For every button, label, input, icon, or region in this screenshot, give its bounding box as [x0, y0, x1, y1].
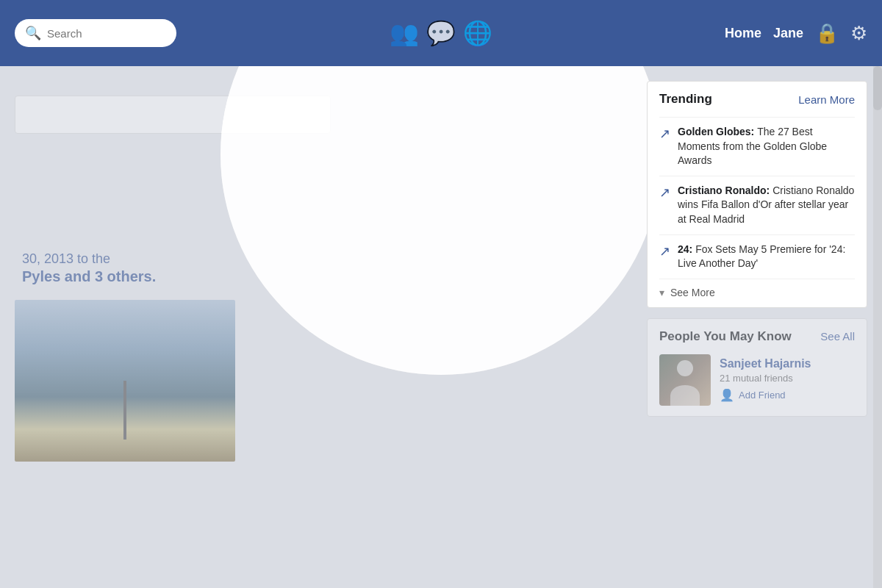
scrollbar-track [873, 66, 882, 588]
person-avatar [659, 354, 711, 406]
see-more-arrow-icon: ▾ [659, 287, 664, 298]
learn-more-link[interactable]: Learn More [798, 93, 855, 106]
person-row: Sanjeet Hajarnis 21 mutual friends 👤 Add… [659, 354, 855, 406]
see-more-text: See More [670, 287, 715, 298]
scrollbar-thumb[interactable] [873, 66, 882, 110]
trending-header: Trending Learn More [659, 92, 855, 107]
trending-desc-3: Fox Sets May 5 Premiere for '24: Live An… [678, 243, 845, 270]
pymk-header: People You May Know See All [659, 329, 855, 344]
trending-text-3: 24: Fox Sets May 5 Premiere for '24: Liv… [678, 243, 855, 271]
trending-arrow-2: ↗ [659, 184, 670, 201]
feed-date-text: 30, 2013 to the [22, 251, 617, 267]
add-friend-label: Add Friend [739, 390, 786, 401]
search-bar[interactable]: 🔍 [15, 19, 176, 47]
trending-card: Trending Learn More ↗ Golden Globes: The… [647, 81, 867, 308]
navbar: 🔍 👥 💬 🌐 Home Jane 🔒 ⚙ [0, 0, 882, 66]
pymk-title: People You May Know [659, 329, 792, 344]
see-all-link[interactable]: See All [820, 330, 855, 343]
add-friend-button[interactable]: 👤 Add Friend [720, 388, 855, 402]
home-link[interactable]: Home [725, 26, 761, 41]
trending-item[interactable]: ↗ Golden Globes: The 27 Best Moments fro… [659, 117, 855, 176]
trending-title: Trending [659, 92, 712, 107]
person-info: Sanjeet Hajarnis 21 mutual friends 👤 Add… [720, 357, 855, 402]
post-box[interactable] [15, 96, 331, 134]
pymk-card: People You May Know See All Sanjeet Haja… [647, 318, 867, 417]
feed-photo [15, 300, 235, 462]
trending-text-1: Golden Globes: The 27 Best Moments from … [678, 125, 855, 168]
search-icon: 🔍 [25, 25, 41, 41]
globe-icon[interactable]: 🌐 [463, 19, 492, 47]
person-mutual-friends: 21 mutual friends [720, 373, 855, 384]
trending-arrow-1: ↗ [659, 126, 670, 142]
main-content: 30, 2013 to the Pyles and 3 others. Tren… [0, 66, 882, 588]
trending-item-2[interactable]: ↗ Cristiano Ronaldo: Cristiano Ronaldo w… [659, 176, 855, 234]
user-name-link[interactable]: Jane [773, 26, 803, 41]
person-name[interactable]: Sanjeet Hajarnis [720, 357, 855, 370]
messages-icon[interactable]: 💬 [426, 19, 456, 47]
nav-center-icons: 👥 💬 🌐 [390, 19, 492, 47]
feed-subtitle: Pyles and 3 others. [22, 268, 617, 285]
trending-text-2: Cristiano Ronaldo: Cristiano Ronaldo win… [678, 184, 855, 227]
trending-topic-3: 24: [678, 243, 695, 255]
friends-icon[interactable]: 👥 [390, 19, 419, 47]
right-sidebar: Trending Learn More ↗ Golden Globes: The… [632, 66, 882, 588]
feed-area: 30, 2013 to the Pyles and 3 others. [0, 66, 632, 588]
nav-right: Home Jane 🔒 ⚙ [725, 22, 867, 45]
trending-topic-2: Cristiano Ronaldo: [678, 184, 772, 196]
search-input[interactable] [47, 27, 166, 40]
see-more-row[interactable]: ▾ See More [659, 279, 855, 300]
trending-arrow-3: ↗ [659, 243, 670, 259]
trending-item-3[interactable]: ↗ 24: Fox Sets May 5 Premiere for '24: L… [659, 234, 855, 279]
trending-topic-1: Golden Globes: [678, 126, 757, 137]
add-friend-icon: 👤 [720, 388, 734, 402]
lock-icon[interactable]: 🔒 [815, 22, 839, 45]
settings-icon[interactable]: ⚙ [850, 22, 867, 45]
